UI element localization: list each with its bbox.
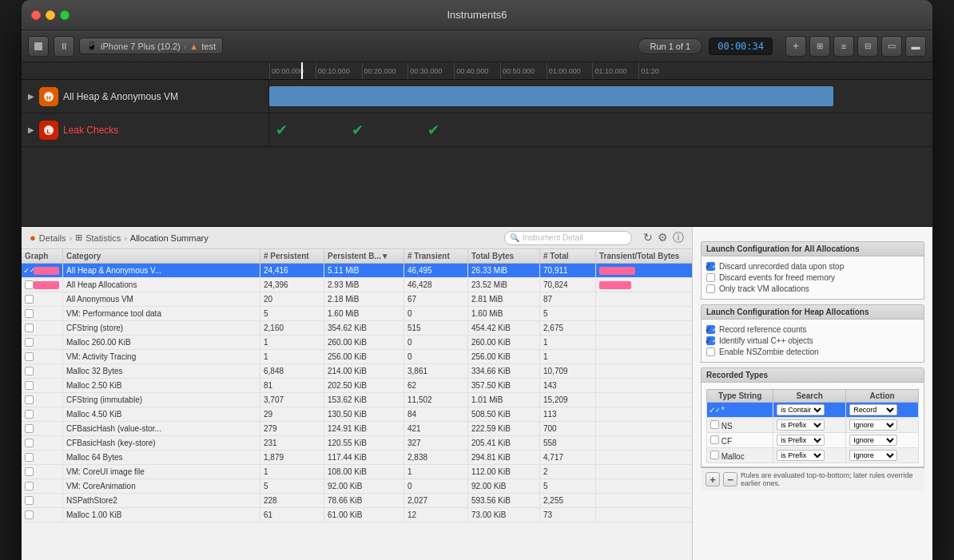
row-checkbox[interactable] [25,410,34,419]
table-row[interactable]: Malloc 32 Bytes6,848214.00 KiB3,861334.6… [22,364,692,379]
heap-track[interactable] [269,80,932,113]
heap-instrument-row[interactable]: ▶ H All Heap & Anonymous VM [22,80,932,113]
graph-cell[interactable] [22,307,63,320]
row-checkbox[interactable] [25,338,34,347]
table-row[interactable]: Malloc 64 Bytes1,879117.44 KiB2,838294.8… [22,451,692,465]
close-button[interactable] [31,10,41,20]
option-checkbox[interactable] [706,284,715,293]
table-row[interactable]: CFBasicHash (value-stor...279124.91 KiB4… [22,422,692,436]
graph-cell[interactable] [22,465,63,479]
rt-action-select[interactable]: Ignore [849,450,897,461]
playhead[interactable] [301,62,303,79]
rt-action-select[interactable]: Ignore [849,419,897,431]
graph-cell[interactable] [22,436,63,450]
graph-cell[interactable] [22,479,63,493]
option-row[interactable]: ✓Discard unrecorded data upon stop [706,262,919,271]
rt-search-select[interactable]: is Prefix [777,435,825,446]
table-row[interactable]: All Heap Allocations24,3962.93 MiB46,428… [22,278,692,292]
row-checkbox[interactable] [25,496,34,505]
graph-cell[interactable] [22,278,63,292]
stop-button[interactable] [28,36,49,57]
cpu-view-button[interactable]: ⊞ [809,36,830,57]
row-checkbox[interactable] [25,309,34,318]
rt-action-select[interactable]: Ignore [849,435,897,446]
col-persistent-b[interactable]: Persistent B...▼ [324,249,404,263]
table-row[interactable]: Malloc 260.00 KiB1260.00 KiB0260.00 KiB1 [22,336,692,350]
table-row[interactable]: All Anonymous VM202.18 MiB672.81 MiB87 [22,292,692,307]
row-checkbox[interactable] [25,482,34,490]
option-checkbox[interactable]: ✓ [706,325,715,334]
leaks-instrument-row[interactable]: ▶ L Leak Checks ✔ ✔ ✔ [22,113,932,147]
table-row[interactable]: ✓All Heap & Anonymous V...24,4165.11 MiB… [22,264,692,278]
option-row[interactable]: Enable NSZombie detection [706,348,919,356]
rt-search-select[interactable]: is Contain... [777,404,825,415]
graph-cell[interactable] [22,350,63,363]
rt-row[interactable]: CFis PrefixIgnore [707,433,919,448]
expand-icon[interactable]: ▶ [28,92,34,101]
table-row[interactable]: VM: Performance tool data51.60 MiB01.60 … [22,307,692,321]
graph-cell[interactable] [22,407,63,421]
rt-checkbox[interactable] [710,420,719,429]
table-row[interactable]: CFString (store)2,160354.62 KiB515454.42… [22,321,692,336]
row-checkbox[interactable] [25,280,34,289]
table-row[interactable]: VM: CoreUI image file1108.00 KiB1112.00 … [22,465,692,479]
device-selector[interactable]: 📱 iPhone 7 Plus (10.2) › ▲ test [79,38,223,54]
table-row[interactable]: VM: Activity Tracing1256.00 KiB0256.00 K… [22,350,692,364]
graph-cell[interactable] [22,336,63,349]
split-view-button[interactable]: ⊟ [857,36,878,57]
add-instrument-button[interactable]: + [785,36,806,57]
detail-view-button[interactable]: ▬ [905,36,926,57]
remove-rule-button[interactable]: − [723,472,737,487]
rt-row[interactable]: ✓ *is Contain...Record [707,403,919,418]
expand-icon[interactable]: ▶ [28,125,34,134]
statistics-nav[interactable]: Statistics [85,233,121,243]
list-view-button[interactable]: ≡ [833,36,854,57]
row-checkbox[interactable] [25,453,34,462]
graph-cell[interactable]: ✓ [22,264,63,277]
rt-checkbox-cell[interactable]: Malloc [707,448,773,463]
rt-checkbox[interactable] [710,435,719,444]
option-checkbox[interactable] [706,348,715,356]
option-row[interactable]: Discard events for freed memory [706,273,919,282]
rt-checkbox[interactable]: ✓ [710,406,719,415]
minimize-button[interactable] [46,10,55,20]
row-checkbox[interactable] [25,324,34,332]
graph-cell[interactable] [22,321,63,335]
graph-cell[interactable] [22,292,63,306]
table-row[interactable]: VM: CoreAnimation592.00 KiB092.00 KiB5 [22,479,692,494]
rt-search-select[interactable]: is Prefix [777,450,825,461]
col-transient-total[interactable]: Transient/Total Bytes [596,249,692,263]
search-box[interactable]: 🔍 Instrument Detail [504,231,632,245]
rt-checkbox-cell[interactable]: CF [707,433,773,448]
option-row[interactable]: Only track VM allocations [706,284,919,293]
pause-button[interactable]: ⏸ [54,36,74,57]
row-checkbox[interactable] [25,352,34,361]
col-total[interactable]: # Total [540,249,596,263]
option-checkbox[interactable] [706,273,715,282]
table-row[interactable]: Malloc 1.00 KiB6161.00 KiB1273.00 KiB73 [22,508,692,522]
row-checkbox[interactable] [25,439,34,447]
rt-action-select[interactable]: Record [849,404,897,415]
graph-cell[interactable] [22,393,63,407]
row-checkbox[interactable] [25,381,34,390]
row-checkbox[interactable] [25,424,34,433]
rt-search-select[interactable]: is Prefix [777,419,825,431]
rt-checkbox-cell[interactable]: ✓ * [707,403,773,418]
graph-cell[interactable] [22,379,63,392]
col-total-bytes[interactable]: Total Bytes [468,249,540,263]
add-rule-button[interactable]: + [706,472,720,487]
option-row[interactable]: ✓Record reference counts [706,325,919,334]
col-category[interactable]: Category [63,249,260,263]
single-view-button[interactable]: ▭ [881,36,902,57]
row-checkbox[interactable] [25,395,34,404]
summary-nav[interactable]: Allocation Summary [130,233,209,243]
option-checkbox[interactable]: ✓ [706,262,715,271]
rt-row[interactable]: Mallocis PrefixIgnore [707,448,919,463]
col-persistent[interactable]: # Persistent [260,249,324,263]
graph-cell[interactable] [22,364,63,378]
row-checkbox[interactable]: ✓ [25,266,34,275]
graph-cell[interactable] [22,422,63,435]
table-row[interactable]: CFString (immutable)3,707153.62 KiB11,50… [22,393,692,407]
row-checkbox[interactable] [25,367,34,375]
info-icon[interactable]: ⓘ [673,231,684,245]
